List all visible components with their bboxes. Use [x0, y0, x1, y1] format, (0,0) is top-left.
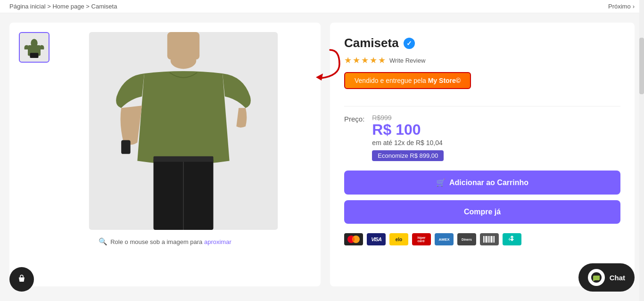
- savings-badge: Economize R$ 899,00: [372, 150, 444, 161]
- zoom-hint-text: Role o mouse sob a imagem para aproximar: [110, 238, 231, 245]
- breadcrumb-current: Camiseta: [91, 3, 117, 10]
- svg-rect-2: [30, 53, 39, 58]
- svg-rect-15: [487, 236, 488, 243]
- product-title: Camiseta: [344, 36, 399, 50]
- price-row: Preço: R$999 R$ 100 em até 12x de R$ 10,…: [344, 114, 620, 161]
- payment-diners: Diners: [457, 233, 476, 245]
- svg-rect-19: [493, 236, 493, 243]
- buy-now-button[interactable]: Compre já: [344, 200, 620, 224]
- payment-amex: AMEX: [435, 233, 454, 245]
- current-price: R$ 100: [372, 122, 444, 138]
- breadcrumb-sep2: >: [86, 3, 90, 10]
- rating-row: ★ ★ ★ ★ ★ Write Review: [344, 55, 620, 65]
- chat-label: Chat: [610, 274, 625, 282]
- next-button[interactable]: Próximo ›: [608, 3, 635, 10]
- payment-pix: [503, 233, 521, 245]
- star-5: ★: [378, 55, 386, 65]
- svg-rect-8: [153, 156, 213, 162]
- buy-now-label: Compre já: [464, 208, 501, 216]
- star-4: ★: [370, 55, 377, 65]
- star-1: ★: [344, 55, 352, 65]
- shopify-bag-button[interactable]: [9, 267, 34, 292]
- star-3: ★: [361, 55, 369, 65]
- divider: [344, 106, 620, 106]
- price-label: Preço:: [344, 114, 364, 123]
- payment-elo: elo: [389, 233, 408, 245]
- product-info-panel: Camiseta ✓ ★ ★ ★ ★ ★ Write Review Vendid…: [330, 23, 635, 286]
- verified-badge: ✓: [404, 38, 415, 49]
- cart-icon: 🛒: [436, 178, 446, 187]
- breadcrumb-homepage[interactable]: Home page: [52, 3, 84, 10]
- svg-rect-12: [483, 236, 484, 243]
- payment-mastercard: [344, 233, 363, 245]
- zoom-hint: 🔍 Role o mouse sob a imagem para aproxim…: [99, 237, 231, 246]
- star-2: ★: [353, 55, 360, 65]
- svg-rect-17: [490, 236, 490, 243]
- price-section: Preço: R$999 R$ 100 em até 12x de R$ 10,…: [344, 114, 620, 161]
- product-title-row: Camiseta ✓: [344, 36, 620, 50]
- thumbnail-1[interactable]: [19, 32, 50, 63]
- add-to-cart-label: Adicionar ao Carrinho: [449, 179, 528, 187]
- zoom-icon: 🔍: [99, 237, 107, 246]
- payment-visa: VISA: [367, 233, 386, 245]
- svg-rect-20: [494, 236, 495, 243]
- breadcrumb-home[interactable]: Página inicial: [9, 3, 46, 10]
- svg-rect-9: [121, 140, 131, 154]
- breadcrumb-bar: Página inicial > Home page > Camiseta Pr…: [0, 0, 644, 13]
- product-images-panel: 🔍 Role o mouse sob a imagem para aproxim…: [9, 23, 321, 286]
- chat-icon: [588, 269, 605, 286]
- store-name: My Store©: [428, 77, 461, 84]
- svg-rect-14: [486, 236, 487, 243]
- svg-rect-16: [488, 236, 489, 243]
- svg-rect-5: [167, 32, 199, 60]
- original-price: R$999: [372, 114, 444, 122]
- main-product-image: [55, 32, 311, 230]
- scrollbar-thumb[interactable]: [639, 38, 644, 94]
- add-to-cart-button[interactable]: 🛒 Adicionar ao Carrinho: [344, 171, 620, 195]
- sold-by-badge[interactable]: Vendido e entregue pela My Store©: [344, 72, 471, 89]
- scrollbar[interactable]: [639, 0, 644, 301]
- payment-methods: VISA elo hipercard AMEX Diners: [344, 233, 620, 245]
- payment-hipercard: hipercard: [412, 233, 431, 245]
- thumbnails-column: [19, 32, 50, 230]
- breadcrumb: Página inicial > Home page > Camiseta: [9, 3, 117, 10]
- svg-rect-13: [485, 236, 485, 243]
- price-details: R$999 R$ 100 em até 12x de R$ 10,04 Econ…: [372, 114, 444, 161]
- payment-boleto: [480, 233, 499, 245]
- installment-text: em até 12x de R$ 10,04: [372, 139, 444, 146]
- stars: ★ ★ ★ ★ ★: [344, 55, 386, 65]
- shopify-chat-button[interactable]: Chat: [578, 263, 635, 292]
- breadcrumb-sep1: >: [47, 3, 51, 10]
- svg-rect-18: [491, 236, 492, 243]
- write-review-link[interactable]: Write Review: [389, 57, 425, 64]
